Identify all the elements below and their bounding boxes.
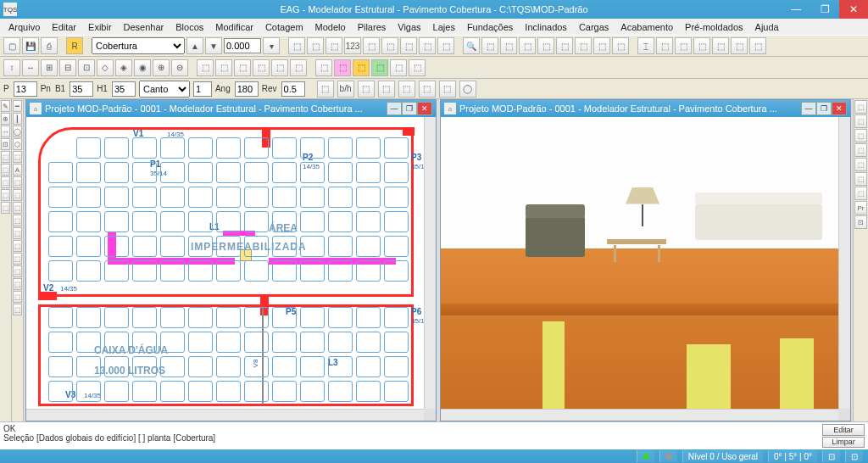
vl2-k[interactable]: ⬚ (13, 227, 22, 239)
vl2-o[interactable]: ⬚ (13, 278, 22, 290)
vl2-e[interactable]: ⬚ (13, 151, 22, 163)
ang-input[interactable] (235, 81, 259, 97)
vl2-n[interactable]: ⬚ (13, 265, 22, 277)
pt-b[interactable]: b/h (337, 81, 354, 98)
vl1-g[interactable]: ⬚ (1, 176, 10, 188)
vl2-g[interactable]: ⬚ (13, 176, 22, 188)
t2-l[interactable]: ⬚ (215, 59, 232, 76)
tool-h[interactable]: ⬚ (419, 37, 436, 54)
vr-g[interactable]: ⬚ (854, 187, 867, 200)
vl2-h[interactable]: ⬚ (13, 189, 22, 201)
vr-d[interactable]: ⬚ (854, 143, 867, 157)
p-input[interactable] (14, 81, 37, 97)
floor-selector[interactable]: Cobertura (92, 37, 185, 54)
pane-3d-body[interactable] (441, 117, 850, 421)
tool-v[interactable]: ⬚ (693, 37, 710, 54)
pane-3d-close[interactable]: ✕ (832, 102, 847, 115)
vl2-d[interactable]: ⬡ (13, 138, 22, 150)
vr-c[interactable]: ⬚ (854, 129, 867, 142)
window-restore-button[interactable]: ❐ (810, 0, 839, 19)
pane-plan-max[interactable]: ❐ (402, 102, 417, 115)
pt-h[interactable]: ◯ (459, 81, 476, 98)
t2-t[interactable]: ⬚ (371, 59, 388, 76)
vr-f[interactable]: ⬚ (854, 172, 867, 186)
tool-f[interactable]: ⬚ (381, 37, 398, 54)
t2-c[interactable]: ⊞ (41, 59, 58, 76)
tool-m[interactable]: ⬚ (519, 37, 536, 54)
vl1-b[interactable]: ⊕ (1, 113, 10, 125)
tool-o[interactable]: ⬚ (556, 37, 573, 54)
shape-select[interactable]: Canto (139, 81, 190, 98)
t2-g[interactable]: ◈ (115, 59, 132, 76)
t2-o[interactable]: ⬚ (271, 59, 288, 76)
tool-a[interactable]: ⬚ (288, 37, 305, 54)
pane-plan-close[interactable]: ✕ (417, 102, 432, 115)
vr-b[interactable]: ⬚ (854, 114, 867, 128)
t2-j[interactable]: ⊖ (171, 59, 188, 76)
menu-arquivo[interactable]: Arquivo (3, 21, 45, 33)
menu-modelo[interactable]: Modelo (310, 21, 351, 33)
h1-input[interactable] (112, 81, 136, 97)
b1-input[interactable] (70, 81, 93, 97)
menu-cargas[interactable]: Cargas (574, 21, 614, 33)
pt-f[interactable]: ⬚ (419, 81, 436, 98)
vl2-l[interactable]: ⬚ (13, 240, 22, 252)
log-edit-button[interactable]: Editar (822, 424, 865, 436)
vr-pr[interactable]: Pr (854, 201, 867, 215)
log-clear-button[interactable]: Limpar (822, 437, 865, 449)
tool-d[interactable]: 123 (344, 37, 361, 54)
tool-p[interactable]: ⬚ (575, 37, 592, 54)
mode-r-button[interactable]: R (66, 37, 83, 54)
window-minimize-button[interactable]: — (782, 0, 810, 19)
window-close-button[interactable]: ✕ (839, 0, 868, 19)
pt-e[interactable]: ⬚ (398, 81, 415, 98)
vl2-p[interactable]: ⬚ (13, 291, 22, 303)
viewport-3d[interactable] (441, 117, 838, 409)
t2-k[interactable]: ⬚ (197, 59, 214, 76)
menu-editar[interactable]: Editar (47, 21, 81, 33)
tool-c[interactable]: ⬚ (326, 37, 342, 54)
vl1-a[interactable]: ✎ (1, 100, 10, 112)
shape-n-input[interactable] (193, 81, 212, 97)
tool-l[interactable]: ⬚ (500, 37, 517, 54)
status-toggle-b[interactable]: ⊡ (845, 450, 863, 462)
vl2-c[interactable]: ◯ (13, 126, 22, 137)
new-button[interactable]: ▢ (3, 37, 20, 54)
t2-h[interactable]: ◉ (134, 59, 151, 76)
tool-t[interactable]: ⬚ (656, 37, 673, 54)
menu-fundacoes[interactable]: Fundações (462, 21, 518, 33)
tool-n[interactable]: ⬚ (537, 37, 554, 54)
menu-pilares[interactable]: Pilares (353, 21, 392, 33)
menu-blocos[interactable]: Blocos (170, 21, 209, 33)
menu-exibir[interactable]: Exibir (83, 21, 117, 33)
t2-p[interactable]: ⬚ (290, 59, 307, 76)
vl2-b[interactable]: ┃ (13, 113, 22, 125)
3d-scrollbar-v[interactable] (838, 117, 850, 409)
vr-a[interactable]: ⬚ (854, 100, 867, 114)
pane-plan-min[interactable]: — (387, 102, 402, 115)
plan-scrollbar-v[interactable] (424, 117, 436, 409)
menu-modificar[interactable]: Modificar (210, 21, 259, 33)
pt-g[interactable]: ⬚ (439, 81, 456, 98)
zoom-input[interactable] (224, 38, 261, 53)
pane-plan-body[interactable]: V1 14/35 P1 35/14 P2 14/35 P3 35/1 L1 ÁR… (26, 117, 436, 421)
3d-scrollbar-h[interactable] (441, 409, 838, 421)
t2-n[interactable]: ⬚ (253, 59, 270, 76)
status-toggle-a[interactable]: ⊡ (822, 450, 840, 462)
rev-input[interactable] (281, 81, 305, 97)
menu-desenhar[interactable]: Desenhar (119, 21, 170, 33)
t2-s[interactable]: ⬚ (353, 59, 370, 76)
pt-c[interactable]: ⬚ (358, 81, 375, 98)
menu-inclinados[interactable]: Inclinados (520, 21, 572, 33)
tool-j[interactable]: 🔍 (463, 37, 480, 54)
vl1-h[interactable]: ⬚ (1, 189, 10, 201)
plan-scrollbar-h[interactable] (26, 409, 424, 421)
menu-ajuda[interactable]: Ajuda (750, 21, 784, 33)
pane-3d-max[interactable]: ❐ (816, 102, 832, 115)
vl2-i[interactable]: ⬚ (13, 202, 22, 214)
vl1-f[interactable]: ⬚ (1, 164, 10, 176)
menu-premoldados[interactable]: Pré-moldados (680, 21, 748, 33)
vl2-m[interactable]: ⬚ (13, 253, 22, 265)
vl2-f[interactable]: A (13, 164, 22, 176)
zoom-stepper[interactable]: ▾ (263, 37, 280, 54)
